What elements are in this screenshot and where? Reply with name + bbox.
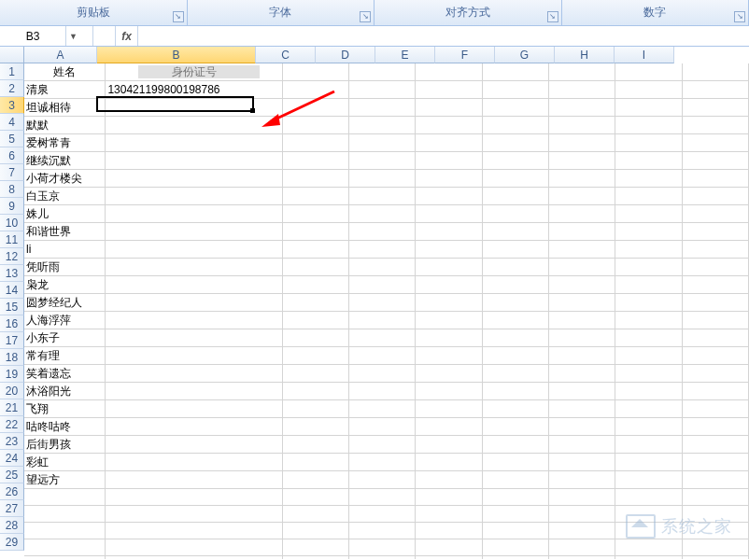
cell-F18[interactable] xyxy=(482,365,548,383)
row-header-7[interactable]: 7 xyxy=(0,164,24,181)
cell-C2[interactable] xyxy=(282,81,348,99)
cell-G23[interactable] xyxy=(549,454,615,471)
cell-D5[interactable] xyxy=(349,134,416,152)
column-header-I[interactable]: I xyxy=(615,47,674,63)
cell-C16[interactable] xyxy=(282,329,348,347)
name-box[interactable]: ▼ xyxy=(0,26,93,46)
cell-A3[interactable]: 坦诚相待 xyxy=(24,99,106,117)
cell-G5[interactable] xyxy=(549,134,615,152)
row-header-18[interactable]: 18 xyxy=(0,349,24,366)
cell-D11[interactable] xyxy=(349,241,416,259)
cell-B22[interactable] xyxy=(106,436,282,454)
cell-G6[interactable] xyxy=(549,152,615,170)
column-header-E[interactable]: E xyxy=(375,47,435,63)
cell-E11[interactable] xyxy=(416,241,482,259)
cell-G19[interactable] xyxy=(549,383,615,400)
cell-G29[interactable] xyxy=(549,556,615,560)
cell-E24[interactable] xyxy=(416,471,482,489)
cell-D10[interactable] xyxy=(349,223,416,241)
cell-I21[interactable] xyxy=(682,418,748,436)
cell-H8[interactable] xyxy=(615,188,682,205)
cell-C5[interactable] xyxy=(282,134,348,152)
cell-C25[interactable] xyxy=(282,489,348,506)
cell-B11[interactable] xyxy=(106,241,282,259)
cell-G16[interactable] xyxy=(549,329,615,347)
row-header-17[interactable]: 17 xyxy=(0,332,24,349)
row-header-10[interactable]: 10 xyxy=(0,215,24,231)
cell-G9[interactable] xyxy=(549,205,615,223)
cell-I14[interactable] xyxy=(682,294,748,312)
cell-F8[interactable] xyxy=(482,188,548,205)
cell-B15[interactable] xyxy=(106,312,282,329)
cell-F13[interactable] xyxy=(482,276,548,294)
cell-C8[interactable] xyxy=(282,188,348,205)
cell-G20[interactable] xyxy=(549,400,615,418)
cell-H4[interactable] xyxy=(615,117,682,134)
cell-D4[interactable] xyxy=(349,117,416,134)
cell-E27[interactable] xyxy=(416,523,482,539)
cell-D15[interactable] xyxy=(349,312,416,329)
cell-I23[interactable] xyxy=(682,454,748,471)
cell-B5[interactable] xyxy=(106,134,282,152)
cell-I5[interactable] xyxy=(682,134,748,152)
cell-H22[interactable] xyxy=(615,436,682,454)
cell-F2[interactable] xyxy=(482,81,548,99)
cell-I25[interactable] xyxy=(682,489,748,506)
cell-A27[interactable] xyxy=(24,523,106,539)
cell-C10[interactable] xyxy=(282,223,348,241)
cell-C15[interactable] xyxy=(282,312,348,329)
cell-G21[interactable] xyxy=(549,418,615,436)
row-header-28[interactable]: 28 xyxy=(0,517,24,534)
row-header-16[interactable]: 16 xyxy=(0,315,24,332)
cell-F6[interactable] xyxy=(482,152,548,170)
cell-C27[interactable] xyxy=(282,523,348,539)
cell-F15[interactable] xyxy=(482,312,548,329)
row-header-3[interactable]: 3 xyxy=(0,97,24,114)
cell-B27[interactable] xyxy=(106,523,282,539)
cell-H3[interactable] xyxy=(615,99,682,117)
cell-D21[interactable] xyxy=(349,418,416,436)
cell-D8[interactable] xyxy=(349,188,416,205)
cell-B10[interactable] xyxy=(106,223,282,241)
cell-F22[interactable] xyxy=(482,436,548,454)
cell-D7[interactable] xyxy=(349,170,416,188)
cell-C17[interactable] xyxy=(282,347,348,365)
cell-C4[interactable] xyxy=(282,117,348,134)
cell-D27[interactable] xyxy=(349,523,416,539)
cell-F19[interactable] xyxy=(482,383,548,400)
cell-E9[interactable] xyxy=(416,205,482,223)
cell-H24[interactable] xyxy=(615,471,682,489)
cell-A12[interactable]: 凭听雨 xyxy=(24,259,106,276)
cell-A23[interactable]: 彩虹 xyxy=(24,454,106,471)
cell-H10[interactable] xyxy=(615,223,682,241)
cell-A7[interactable]: 小荷才楼尖 xyxy=(24,170,106,188)
cell-D28[interactable] xyxy=(349,539,416,556)
row-header-12[interactable]: 12 xyxy=(0,248,24,265)
cell-grid[interactable]: 姓名身份证号清泉130421199800198786坦诚相待默默爱树常青继续沉默… xyxy=(24,63,749,559)
cell-F17[interactable] xyxy=(482,347,548,365)
column-header-H[interactable]: H xyxy=(555,47,615,63)
cell-I22[interactable] xyxy=(682,436,748,454)
cell-C22[interactable] xyxy=(282,436,348,454)
row-header-21[interactable]: 21 xyxy=(0,399,24,416)
cell-G18[interactable] xyxy=(549,365,615,383)
cell-H18[interactable] xyxy=(615,365,682,383)
cell-A16[interactable]: 小东子 xyxy=(24,329,106,347)
cell-D16[interactable] xyxy=(349,329,416,347)
cell-I3[interactable] xyxy=(682,99,748,117)
cell-H15[interactable] xyxy=(615,312,682,329)
cell-C11[interactable] xyxy=(282,241,348,259)
cell-E13[interactable] xyxy=(416,276,482,294)
column-header-G[interactable]: G xyxy=(495,47,555,63)
cell-B7[interactable] xyxy=(106,170,282,188)
cell-C29[interactable] xyxy=(282,556,348,560)
cell-G12[interactable] xyxy=(549,259,615,276)
dialog-launcher-icon[interactable]: ↘ xyxy=(547,11,558,22)
cell-E19[interactable] xyxy=(416,383,482,400)
cell-E22[interactable] xyxy=(416,436,482,454)
cell-C3[interactable] xyxy=(282,99,348,117)
column-header-F[interactable]: F xyxy=(435,47,495,63)
row-header-27[interactable]: 27 xyxy=(0,500,24,517)
cell-G8[interactable] xyxy=(549,188,615,205)
cell-B3[interactable] xyxy=(106,99,282,117)
